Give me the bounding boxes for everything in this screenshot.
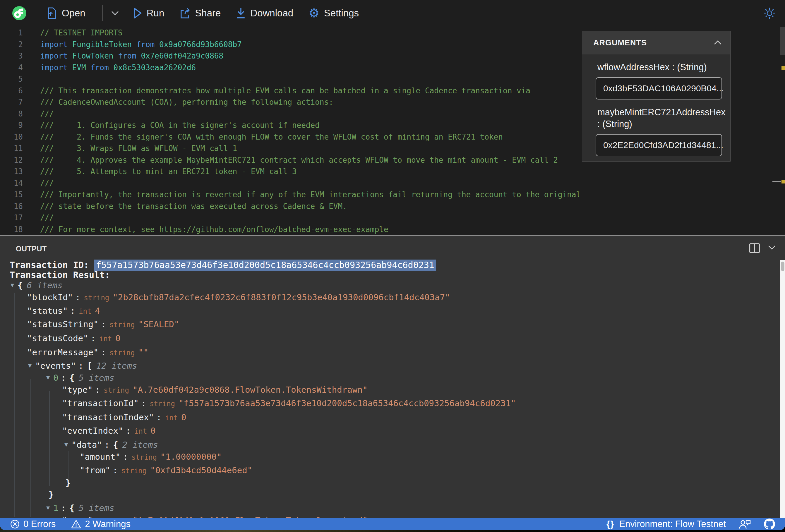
code-token: /// 5. Attempts to mint an ERC721 token …	[40, 167, 297, 176]
line-number: 12	[0, 154, 23, 166]
json-token: :	[70, 306, 75, 316]
json-token: 6 items	[27, 280, 62, 290]
warnings-status[interactable]: 2 Warnings	[71, 519, 130, 529]
collapse-toggle-icon[interactable]: ▼	[28, 359, 32, 373]
indent-guide	[14, 293, 15, 517]
json-row: ▼{6 items	[10, 279, 62, 292]
environment-status[interactable]: {} Environment: Flow Testnet	[606, 519, 726, 529]
json-token: "amount"	[80, 452, 121, 462]
json-token: :	[95, 385, 100, 395]
json-token: "statusCode"	[27, 333, 88, 343]
output-scrollbar-track[interactable]	[780, 260, 785, 518]
json-token: :	[141, 398, 146, 408]
code-token: /// 2. Funds the signer's COA with enoug…	[40, 132, 503, 141]
json-row: "transactionIndex":int0	[62, 410, 186, 424]
json-token: }	[49, 489, 54, 500]
json-token: :	[91, 333, 96, 343]
collapse-toggle-icon[interactable]: ▼	[10, 278, 14, 292]
argument-label: maybeMintERC721AddressHex : (String)	[598, 106, 720, 130]
chevron-up-icon[interactable]	[713, 40, 723, 46]
collapse-toggle-icon[interactable]: ▼	[46, 501, 50, 515]
json-token: {	[18, 280, 23, 290]
json-token: :	[78, 361, 83, 371]
status-bar-right: {} Environment: Flow Testnet	[606, 518, 775, 530]
json-token: "A.7e60df042a9c0868.FlowToken.TokensWith…	[133, 385, 368, 395]
json-token: int	[134, 427, 147, 435]
json-token: string	[109, 321, 135, 329]
code-token: import	[40, 51, 72, 60]
json-token: :	[156, 412, 161, 422]
settings-label: Settings	[324, 8, 359, 19]
json-token: "SEALED"	[138, 319, 179, 329]
json-token: :	[101, 319, 106, 329]
code-token: /// 4. Approves the example MaybeMintERC…	[40, 156, 558, 164]
open-dropdown-caret[interactable]	[110, 10, 120, 17]
github-icon[interactable]	[764, 518, 775, 530]
code-token: ///	[40, 109, 54, 118]
environment-label: Environment: Flow Testnet	[619, 519, 726, 529]
json-token: int	[165, 414, 178, 422]
json-token: [	[87, 361, 92, 371]
collapse-output-chevron-icon[interactable]	[766, 244, 777, 251]
json-token: "statusString"	[27, 319, 98, 329]
run-button[interactable]: Run	[133, 8, 164, 19]
share-button[interactable]: Share	[179, 8, 221, 19]
output-scrollbar-thumb[interactable]	[781, 262, 784, 271]
code-line: 15/// Importantly, the transaction is re…	[0, 189, 785, 201]
download-button[interactable]: Download	[236, 7, 293, 19]
line-number: 6	[0, 85, 23, 97]
json-token: {	[113, 440, 118, 450]
line-number: 18	[0, 224, 23, 235]
json-token: string	[104, 386, 129, 395]
open-button[interactable]: Open	[47, 7, 85, 19]
code-token: ///	[40, 179, 54, 187]
line-number: 4	[0, 62, 23, 74]
download-label: Download	[250, 8, 293, 19]
json-row: ▼"events":[12 items	[28, 359, 137, 373]
json-token: string	[109, 349, 135, 357]
json-token: string	[131, 453, 157, 461]
indent-guide	[49, 391, 50, 486]
argument-label: wflowAddressHex : (String)	[598, 61, 720, 73]
collapse-toggle-icon[interactable]: ▼	[46, 371, 50, 384]
json-token: {	[69, 373, 74, 383]
json-token: ""	[138, 347, 149, 357]
errors-status[interactable]: 0 Errors	[10, 519, 56, 529]
json-token: "transactionIndex"	[62, 412, 154, 422]
indent-guide	[30, 379, 31, 517]
argument-input-wflow[interactable]: 0xd3bF53DAC106A0290B04...	[596, 77, 722, 100]
json-token: "type"	[62, 515, 93, 518]
argument-input-maybemint[interactable]: 0x2E2Ed0Cfd3AD2f1d34481...	[596, 134, 722, 156]
theme-toggle-sun-icon[interactable]	[763, 6, 776, 20]
collapse-toggle-icon[interactable]: ▼	[65, 438, 68, 452]
json-token: 5 items	[78, 503, 114, 513]
json-row: ▼1:{5 items	[46, 501, 115, 515]
line-number: 17	[0, 212, 23, 224]
json-row: "statusString":string"SEALED"	[27, 318, 179, 331]
arguments-panel: ARGUMENTS wflowAddressHex : (String) 0xd…	[582, 31, 731, 161]
json-row: }	[49, 488, 54, 502]
json-token: 1	[53, 503, 58, 513]
line-number: 16	[0, 201, 23, 212]
toolbar-divider	[102, 5, 103, 21]
json-token: "A.7e60df042a9c0868.FlowToken.TokensDepo…	[133, 515, 368, 518]
settings-button[interactable]: ⚙ Settings	[308, 7, 359, 19]
editor-scrollbar-thumb[interactable]	[780, 27, 785, 55]
arguments-header[interactable]: ARGUMENTS	[582, 31, 730, 54]
line-number: 8	[0, 108, 23, 120]
warning-triangle-icon	[71, 519, 81, 529]
code-link[interactable]: https://github.com/onflow/batched-evm-ex…	[159, 225, 388, 234]
errors-label: 0 Errors	[23, 519, 56, 529]
share-icon	[179, 8, 191, 19]
json-token: 12 items	[96, 361, 137, 371]
split-panel-icon[interactable]	[749, 243, 760, 253]
json-row: "status":int4	[27, 304, 100, 318]
json-token: int	[79, 307, 91, 315]
json-token: "blockId"	[27, 292, 73, 302]
line-number: 5	[0, 73, 23, 85]
json-token: "eventIndex"	[62, 426, 124, 436]
code-token: from	[136, 40, 159, 49]
json-token: "1.00000000"	[160, 452, 222, 462]
feedback-person-icon[interactable]	[739, 519, 751, 529]
status-bar: 0 Errors 2 Warnings {} Environment: Flow…	[0, 518, 785, 530]
